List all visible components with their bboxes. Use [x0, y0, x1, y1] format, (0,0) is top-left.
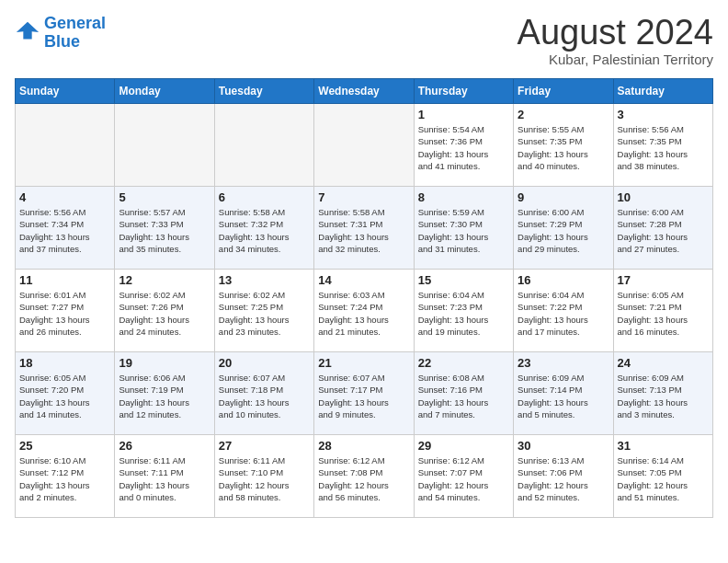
day-info: Sunrise: 5:54 AM Sunset: 7:36 PM Dayligh… — [418, 123, 509, 172]
day-number: 12 — [119, 273, 210, 287]
day-info: Sunrise: 5:58 AM Sunset: 7:32 PM Dayligh… — [219, 206, 310, 255]
calendar-week-row: 4Sunrise: 5:56 AM Sunset: 7:34 PM Daylig… — [16, 187, 713, 270]
day-info: Sunrise: 5:56 AM Sunset: 7:34 PM Dayligh… — [19, 206, 110, 255]
calendar-day-26: 26Sunrise: 6:11 AM Sunset: 7:11 PM Dayli… — [115, 435, 214, 518]
calendar-day-1: 1Sunrise: 5:54 AM Sunset: 7:36 PM Daylig… — [414, 104, 513, 187]
day-info: Sunrise: 6:07 AM Sunset: 7:17 PM Dayligh… — [318, 372, 409, 420]
day-info: Sunrise: 5:59 AM Sunset: 7:30 PM Dayligh… — [418, 206, 509, 255]
day-number: 31 — [618, 439, 709, 453]
title-block: August 2024 Kubar, Palestinian Territory — [518, 15, 713, 67]
calendar-day-14: 14Sunrise: 6:03 AM Sunset: 7:24 PM Dayli… — [314, 270, 414, 352]
calendar-day-27: 27Sunrise: 6:11 AM Sunset: 7:10 PM Dayli… — [214, 435, 313, 518]
day-number: 2 — [518, 108, 609, 121]
day-number: 10 — [618, 190, 709, 204]
day-number: 24 — [618, 356, 709, 370]
calendar-day-24: 24Sunrise: 6:09 AM Sunset: 7:13 PM Dayli… — [613, 352, 712, 435]
weekday-header-saturday: Saturday — [613, 79, 712, 104]
calendar-week-row: 11Sunrise: 6:01 AM Sunset: 7:27 PM Dayli… — [16, 270, 713, 352]
day-number: 19 — [119, 356, 210, 370]
calendar-day-21: 21Sunrise: 6:07 AM Sunset: 7:17 PM Dayli… — [314, 352, 414, 435]
logo-text: GeneralBlue — [44, 15, 106, 52]
calendar-empty-cell — [16, 104, 115, 187]
calendar-day-4: 4Sunrise: 5:56 AM Sunset: 7:34 PM Daylig… — [16, 187, 115, 270]
calendar-day-9: 9Sunrise: 6:00 AM Sunset: 7:29 PM Daylig… — [514, 187, 613, 270]
weekday-header-row: SundayMondayTuesdayWednesdayThursdayFrid… — [16, 79, 713, 104]
calendar-table: SundayMondayTuesdayWednesdayThursdayFrid… — [15, 78, 713, 518]
day-info: Sunrise: 6:04 AM Sunset: 7:23 PM Dayligh… — [418, 289, 509, 338]
day-info: Sunrise: 6:13 AM Sunset: 7:06 PM Dayligh… — [518, 454, 609, 503]
day-info: Sunrise: 6:03 AM Sunset: 7:24 PM Dayligh… — [318, 289, 409, 338]
day-number: 14 — [318, 273, 409, 287]
day-number: 15 — [418, 273, 509, 287]
day-info: Sunrise: 5:57 AM Sunset: 7:33 PM Dayligh… — [119, 206, 210, 255]
day-info: Sunrise: 6:07 AM Sunset: 7:18 PM Dayligh… — [219, 372, 310, 420]
svg-marker-0 — [17, 22, 39, 40]
page-header: GeneralBlue August 2024 Kubar, Palestini… — [15, 15, 713, 67]
calendar-day-10: 10Sunrise: 6:00 AM Sunset: 7:28 PM Dayli… — [613, 187, 712, 270]
calendar-empty-cell — [214, 104, 313, 187]
month-year: August 2024 — [518, 15, 713, 50]
day-number: 18 — [19, 356, 110, 370]
day-number: 27 — [219, 439, 310, 453]
day-number: 25 — [19, 439, 110, 453]
day-info: Sunrise: 6:05 AM Sunset: 7:21 PM Dayligh… — [618, 289, 709, 338]
calendar-day-2: 2Sunrise: 5:55 AM Sunset: 7:35 PM Daylig… — [514, 104, 613, 187]
calendar-day-23: 23Sunrise: 6:09 AM Sunset: 7:14 PM Dayli… — [514, 352, 613, 435]
calendar-week-row: 25Sunrise: 6:10 AM Sunset: 7:12 PM Dayli… — [16, 435, 713, 518]
day-number: 26 — [119, 439, 210, 453]
calendar-day-20: 20Sunrise: 6:07 AM Sunset: 7:18 PM Dayli… — [214, 352, 313, 435]
calendar-day-11: 11Sunrise: 6:01 AM Sunset: 7:27 PM Dayli… — [16, 270, 115, 352]
calendar-day-5: 5Sunrise: 5:57 AM Sunset: 7:33 PM Daylig… — [115, 187, 214, 270]
weekday-header-friday: Friday — [514, 79, 613, 104]
calendar-day-6: 6Sunrise: 5:58 AM Sunset: 7:32 PM Daylig… — [214, 187, 313, 270]
calendar-day-13: 13Sunrise: 6:02 AM Sunset: 7:25 PM Dayli… — [214, 270, 313, 352]
calendar-day-22: 22Sunrise: 6:08 AM Sunset: 7:16 PM Dayli… — [414, 352, 513, 435]
day-number: 9 — [518, 190, 609, 204]
calendar-day-25: 25Sunrise: 6:10 AM Sunset: 7:12 PM Dayli… — [16, 435, 115, 518]
day-number: 5 — [119, 190, 210, 204]
day-info: Sunrise: 6:11 AM Sunset: 7:10 PM Dayligh… — [219, 454, 310, 503]
weekday-header-tuesday: Tuesday — [214, 79, 313, 104]
logo: GeneralBlue — [15, 15, 106, 52]
weekday-header-wednesday: Wednesday — [314, 79, 414, 104]
day-info: Sunrise: 6:12 AM Sunset: 7:07 PM Dayligh… — [418, 454, 509, 503]
day-info: Sunrise: 6:10 AM Sunset: 7:12 PM Dayligh… — [19, 454, 110, 503]
calendar-day-16: 16Sunrise: 6:04 AM Sunset: 7:22 PM Dayli… — [514, 270, 613, 352]
location: Kubar, Palestinian Territory — [518, 52, 713, 67]
calendar-day-28: 28Sunrise: 6:12 AM Sunset: 7:08 PM Dayli… — [314, 435, 414, 518]
weekday-header-monday: Monday — [115, 79, 214, 104]
calendar-empty-cell — [115, 104, 214, 187]
day-info: Sunrise: 5:56 AM Sunset: 7:35 PM Dayligh… — [618, 123, 709, 172]
calendar-day-3: 3Sunrise: 5:56 AM Sunset: 7:35 PM Daylig… — [613, 104, 712, 187]
day-info: Sunrise: 6:04 AM Sunset: 7:22 PM Dayligh… — [518, 289, 609, 338]
day-number: 23 — [518, 356, 609, 370]
day-info: Sunrise: 6:01 AM Sunset: 7:27 PM Dayligh… — [19, 289, 110, 338]
day-info: Sunrise: 6:05 AM Sunset: 7:20 PM Dayligh… — [19, 372, 110, 420]
day-info: Sunrise: 6:06 AM Sunset: 7:19 PM Dayligh… — [119, 372, 210, 420]
day-info: Sunrise: 6:08 AM Sunset: 7:16 PM Dayligh… — [418, 372, 509, 420]
day-info: Sunrise: 6:00 AM Sunset: 7:28 PM Dayligh… — [618, 206, 709, 255]
day-number: 30 — [518, 439, 609, 453]
calendar-day-18: 18Sunrise: 6:05 AM Sunset: 7:20 PM Dayli… — [16, 352, 115, 435]
day-info: Sunrise: 6:14 AM Sunset: 7:05 PM Dayligh… — [618, 454, 709, 503]
day-info: Sunrise: 6:02 AM Sunset: 7:26 PM Dayligh… — [119, 289, 210, 338]
calendar-day-17: 17Sunrise: 6:05 AM Sunset: 7:21 PM Dayli… — [613, 270, 712, 352]
calendar-empty-cell — [314, 104, 414, 187]
day-number: 29 — [418, 439, 509, 453]
logo-icon — [15, 20, 40, 46]
day-number: 22 — [418, 356, 509, 370]
calendar-day-19: 19Sunrise: 6:06 AM Sunset: 7:19 PM Dayli… — [115, 352, 214, 435]
day-number: 11 — [19, 273, 110, 287]
day-number: 20 — [219, 356, 310, 370]
calendar-day-31: 31Sunrise: 6:14 AM Sunset: 7:05 PM Dayli… — [613, 435, 712, 518]
calendar-week-row: 1Sunrise: 5:54 AM Sunset: 7:36 PM Daylig… — [16, 104, 713, 187]
day-info: Sunrise: 6:00 AM Sunset: 7:29 PM Dayligh… — [518, 206, 609, 255]
calendar-day-12: 12Sunrise: 6:02 AM Sunset: 7:26 PM Dayli… — [115, 270, 214, 352]
day-number: 16 — [518, 273, 609, 287]
day-number: 6 — [219, 190, 310, 204]
calendar-day-8: 8Sunrise: 5:59 AM Sunset: 7:30 PM Daylig… — [414, 187, 513, 270]
weekday-header-sunday: Sunday — [16, 79, 115, 104]
day-number: 3 — [618, 108, 709, 121]
day-info: Sunrise: 6:12 AM Sunset: 7:08 PM Dayligh… — [318, 454, 409, 503]
calendar-day-29: 29Sunrise: 6:12 AM Sunset: 7:07 PM Dayli… — [414, 435, 513, 518]
